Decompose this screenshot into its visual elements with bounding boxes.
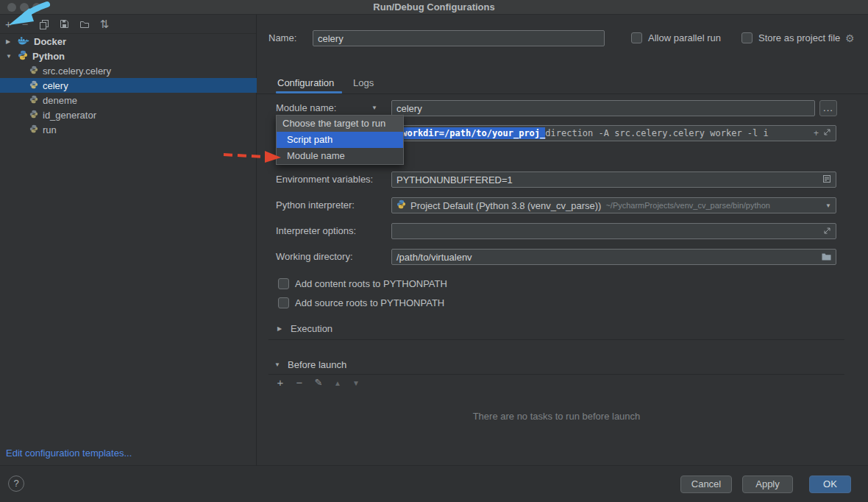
chevron-right-icon[interactable]: ▶: [6, 38, 13, 45]
working-directory-label: Working directory:: [276, 250, 353, 264]
tree-item-src-celery-celery[interactable]: src.celery.celery: [0, 63, 257, 78]
store-as-project-file-checkbox[interactable]: Store as project file: [741, 32, 840, 43]
add-source-roots-checkbox[interactable]: Add source roots to PYTHONPATH: [278, 297, 444, 308]
tree-item-label: Python: [32, 51, 65, 62]
gear-icon[interactable]: ⚙: [845, 31, 855, 46]
tree-item-label: Docker: [34, 36, 66, 47]
apply-button[interactable]: Apply: [742, 476, 793, 493]
ok-button[interactable]: OK: [809, 476, 851, 493]
tree-item-label: id_generator: [43, 110, 96, 121]
checkbox-box[interactable]: [741, 32, 753, 43]
help-button[interactable]: ?: [8, 476, 24, 492]
remove-task-icon[interactable]: −: [293, 376, 306, 389]
environment-variables-value: PYTHONUNBUFFERED=1: [396, 174, 818, 185]
tree-item-python[interactable]: ▼ Python: [0, 49, 257, 63]
copy-configuration-icon[interactable]: [39, 19, 49, 29]
parameters-rest-text: direction -A src.celery.celery worker -l…: [545, 128, 814, 138]
tree-item-id-generator[interactable]: id_generator: [0, 107, 257, 122]
tabs-divider: [257, 93, 868, 94]
interpreter-value: Project Default (Python 3.8 (venv_cv_par…: [410, 200, 601, 211]
tree-item-celery[interactable]: celery: [0, 78, 257, 93]
allow-parallel-run-checkbox[interactable]: Allow parallel run: [631, 32, 721, 43]
tree-item-label: deneme: [43, 95, 77, 106]
save-configuration-icon[interactable]: [60, 19, 69, 29]
interpreter-combo-arrow[interactable]: ▼: [825, 202, 831, 209]
edit-variables-icon[interactable]: [822, 174, 831, 185]
sort-configurations-icon[interactable]: ⇅: [100, 18, 110, 30]
dropdown-item-script-path[interactable]: Script path: [277, 132, 403, 148]
tree-item-run[interactable]: run: [0, 122, 257, 137]
titlebar: Run/Debug Configurations: [0, 0, 868, 15]
run-debug-configurations-dialog: Run/Debug Configurations + − ⇅ ▶ Docker: [0, 0, 868, 502]
section-divider: [268, 339, 844, 340]
working-directory-input[interactable]: /path/to/virtualenv: [391, 249, 836, 265]
move-down-icon[interactable]: ▼: [349, 377, 363, 390]
add-source-roots-label: Add source roots to PYTHONPATH: [295, 297, 444, 308]
tree-item-label: src.celery.celery: [43, 66, 111, 77]
dialog-footer: ? Cancel Apply OK: [0, 465, 868, 502]
python-interpreter-select[interactable]: Project Default (Python 3.8 (venv_cv_par…: [391, 197, 836, 213]
move-up-icon[interactable]: ▲: [331, 377, 344, 390]
new-folder-icon[interactable]: [79, 20, 90, 29]
add-task-icon[interactable]: +: [274, 376, 287, 389]
dropdown-item-module-name[interactable]: Module name: [277, 148, 403, 164]
add-configuration-icon[interactable]: +: [5, 18, 12, 30]
target-type-combo-arrow[interactable]: ▼: [371, 105, 377, 111]
allow-parallel-run-label: Allow parallel run: [648, 32, 721, 43]
docker-icon: [18, 36, 29, 47]
python-icon: [396, 199, 406, 211]
tree-item-docker[interactable]: ▶ Docker: [0, 34, 257, 49]
environment-variables-label: Environment variables:: [276, 172, 373, 187]
edit-task-icon[interactable]: ✎: [312, 376, 325, 389]
module-name-label: Module name:: [276, 101, 336, 116]
parameters-input[interactable]: -workdir=/path/to/your_proj_ direction -…: [391, 125, 836, 141]
working-directory-value: /path/to/virtualenv: [396, 252, 817, 263]
module-name-value: celery: [396, 103, 810, 114]
tree-item-deneme[interactable]: deneme: [0, 93, 257, 107]
tab-logs[interactable]: Logs: [353, 74, 374, 92]
python-interpreter-label: Python interpreter:: [276, 198, 355, 213]
expand-field-icon[interactable]: [823, 226, 831, 237]
chevron-down-icon[interactable]: ▼: [274, 361, 282, 368]
configurations-sidebar: + − ⇅ ▶ Docker ▼ Python: [0, 15, 257, 465]
edit-configuration-templates-link[interactable]: Edit configuration templates...: [6, 448, 132, 459]
checkbox-box[interactable]: [631, 32, 642, 43]
name-value: celery: [318, 33, 600, 44]
chevron-right-icon[interactable]: ▶: [277, 325, 285, 332]
interpreter-options-label: Interpreter options:: [276, 224, 356, 238]
module-name-input[interactable]: celery: [391, 100, 815, 116]
browse-module-button[interactable]: ...: [819, 100, 837, 116]
dropdown-header: Choose the target to run: [277, 116, 403, 132]
execution-section-header[interactable]: ▶ Execution: [277, 322, 332, 335]
python-config-icon: [29, 80, 38, 91]
interpreter-options-input[interactable]: [391, 223, 836, 239]
remove-configuration-icon[interactable]: −: [22, 18, 29, 30]
cancel-button[interactable]: Cancel: [680, 476, 732, 493]
before-launch-label: Before launch: [288, 359, 346, 370]
python-config-icon: [29, 110, 38, 121]
before-launch-section-header[interactable]: ▼ Before launch: [274, 358, 346, 371]
execution-label: Execution: [291, 323, 332, 334]
folder-icon[interactable]: [822, 252, 831, 263]
name-label: Name:: [268, 31, 296, 46]
tree-item-label: celery: [43, 80, 68, 91]
environment-variables-input[interactable]: PYTHONUNBUFFERED=1: [391, 172, 836, 188]
checkbox-box[interactable]: [278, 278, 289, 289]
parameters-selected-text: -workdir=/path/to/your_proj_: [396, 127, 545, 139]
insert-macro-icon[interactable]: +: [814, 128, 819, 138]
expand-field-icon[interactable]: [823, 128, 831, 138]
python-config-icon: [29, 66, 38, 77]
python-config-icon: [29, 95, 38, 106]
chevron-down-icon[interactable]: ▼: [6, 53, 13, 60]
target-type-dropdown: Choose the target to run Script path Mod…: [276, 115, 404, 165]
python-config-icon: [29, 124, 38, 135]
checkbox-box[interactable]: [278, 297, 289, 308]
python-icon: [18, 50, 28, 63]
tree-item-label: run: [43, 124, 57, 135]
tab-configuration[interactable]: Configuration: [277, 74, 334, 92]
interpreter-path: ~/PycharmProjects/venv_cv_parse/bin/pyth…: [605, 201, 821, 210]
name-input[interactable]: celery: [313, 30, 605, 46]
add-content-roots-checkbox[interactable]: Add content roots to PYTHONPATH: [278, 277, 447, 289]
window-title: Run/Debug Configurations: [0, 0, 868, 15]
sidebar-toolbar: + − ⇅: [0, 15, 256, 34]
